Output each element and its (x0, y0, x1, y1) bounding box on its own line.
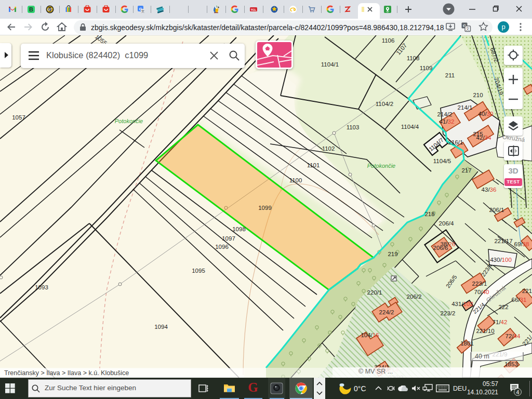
svg-text:221/10: 221/10 (476, 328, 494, 334)
svg-text:214/1: 214/1 (458, 104, 473, 111)
svg-text:文: 文 (466, 26, 470, 31)
svg-text:70/40: 70/40 (474, 289, 489, 295)
svg-text:104/16: 104/16 (361, 332, 379, 338)
svg-text:222: 222 (498, 304, 508, 310)
svg-text:430/100: 430/100 (490, 257, 512, 263)
svg-text:431/102: 431/102 (451, 301, 473, 307)
svg-text:206/4: 206/4 (439, 220, 454, 227)
svg-text:211: 211 (445, 72, 455, 78)
svg-text:1108: 1108 (407, 55, 420, 61)
svg-text:38/26: 38/26 (441, 241, 456, 247)
svg-text:1098: 1098 (232, 226, 246, 232)
svg-text:210: 210 (473, 92, 483, 98)
svg-text:223/2: 223/2 (441, 310, 456, 316)
svg-text:216/1: 216/1 (448, 139, 463, 145)
svg-text:文: 文 (141, 9, 145, 13)
svg-text:221/: 221/ (522, 288, 532, 294)
svg-text:218: 218 (424, 211, 434, 217)
svg-text:1095: 1095 (192, 268, 205, 274)
svg-text:TCL: TCL (251, 8, 257, 11)
svg-text:1104/4: 1104/4 (401, 124, 419, 130)
svg-text:1103: 1103 (347, 124, 360, 130)
svg-text:40/30: 40/30 (478, 111, 494, 117)
svg-text:206/1: 206/1 (489, 207, 504, 213)
svg-text:B: B (29, 6, 33, 12)
svg-text:219: 219 (388, 251, 397, 257)
svg-text:1094: 1094 (154, 324, 168, 330)
svg-text:224/2: 224/2 (379, 309, 394, 315)
svg-text:1104/5: 1104/5 (433, 158, 451, 164)
svg-text:1101: 1101 (307, 162, 320, 168)
svg-text:1099: 1099 (258, 205, 272, 211)
svg-text:40 m: 40 m (475, 353, 489, 360)
svg-text:1853: 1853 (504, 361, 518, 367)
svg-text:220/1: 220/1 (367, 289, 382, 296)
svg-text:1104/1: 1104/1 (321, 61, 339, 68)
svg-text:GT: GT (47, 8, 52, 11)
svg-text:206/2: 206/2 (407, 294, 422, 300)
svg-text:1093: 1093 (35, 284, 48, 290)
svg-text:223/1: 223/1 (472, 281, 487, 287)
svg-text:Potokončie: Potokončie (367, 163, 395, 169)
svg-text:1057: 1057 (12, 114, 25, 121)
svg-text:1106: 1106 (382, 37, 395, 44)
svg-text:1801: 1801 (460, 340, 474, 347)
svg-text:1096: 1096 (215, 244, 229, 250)
svg-text:Potokončie: Potokončie (115, 118, 143, 124)
svg-text:72/44: 72/44 (506, 333, 521, 339)
svg-text:1097: 1097 (222, 235, 235, 242)
svg-text:214/2: 214/2 (437, 111, 453, 117)
svg-text:42/34: 42/34 (476, 135, 491, 141)
svg-text:66/31: 66/31 (512, 297, 527, 303)
svg-text:71/42: 71/42 (493, 319, 508, 325)
svg-text:41/32: 41/32 (440, 118, 455, 125)
svg-text:1100: 1100 (289, 177, 302, 183)
svg-text:217: 217 (461, 167, 471, 174)
svg-text:1109: 1109 (420, 65, 433, 71)
svg-text:221/17: 221/17 (494, 238, 512, 244)
svg-text:69/38: 69/38 (514, 241, 529, 247)
svg-text:1102: 1102 (322, 145, 335, 152)
svg-text:43/36: 43/36 (482, 187, 497, 193)
svg-text:1104/2: 1104/2 (376, 101, 393, 107)
